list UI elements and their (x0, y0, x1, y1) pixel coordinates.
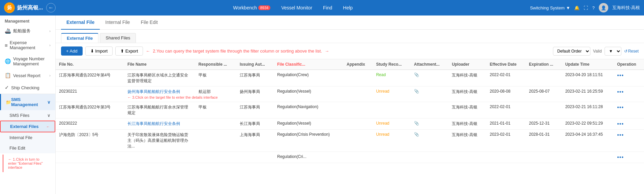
cell-operation[interactable]: ••• (614, 102, 644, 119)
cell-study-reco: Read (373, 70, 410, 87)
nav-workbench[interactable]: Workbench 8934 (233, 4, 270, 12)
study-status: Read (376, 72, 386, 77)
tab-external-file[interactable]: External File (61, 15, 100, 30)
cell-file-classif: Regulation(Navigation) (274, 102, 343, 119)
study-status: Unread (376, 132, 389, 137)
fullscreen-icon[interactable]: ⛶ (584, 5, 588, 10)
reset-button[interactable]: ↺ Reset (624, 49, 639, 54)
operation-dots[interactable]: ••• (617, 154, 624, 160)
ship-checking-icon: ✓ (5, 85, 9, 91)
cell-uploader (448, 152, 486, 163)
help-icon[interactable]: ? (592, 5, 594, 10)
tab-internal-file[interactable]: Internal File (100, 15, 135, 30)
operation-dots[interactable]: ••• (617, 104, 624, 110)
export-button[interactable]: ⬆ Export (115, 46, 143, 56)
sidebar-item-ship-checking[interactable]: ✓ Ship Checking (0, 82, 55, 94)
avatar[interactable]: 👤 (599, 3, 608, 12)
notification-icon[interactable]: 🔔 (574, 5, 580, 10)
sidebar-sub-file-edit[interactable]: File Edit (0, 143, 55, 153)
table-row[interactable]: 20230222 长江海事局船舶航行安全条例 长江海事局 Regulation(… (56, 119, 644, 130)
cell-appendix (343, 87, 373, 102)
cell-operation[interactable]: ••• (614, 87, 644, 102)
operation-dots[interactable]: ••• (617, 121, 624, 127)
paperclip-icon: 📎 (414, 132, 419, 137)
logo-icon: 扬 (4, 2, 15, 13)
import-button[interactable]: ⬇ Import (85, 46, 113, 56)
sidebar-sub-sms-files[interactable]: SMS Files ∨ (0, 110, 55, 121)
chevron-icon: › (49, 43, 51, 47)
toolbar: + Add ⬇ Import ⬆ Export ← 2.You can quer… (56, 43, 644, 59)
cell-operation[interactable]: ••• (614, 152, 644, 163)
table-row: 江苏海事局通告2022年第3号 江苏海事局船舶航行富余水深管理规定 甲板 江苏海… (56, 102, 644, 119)
sidebar-item-vessel-report[interactable]: 📋 Vessel Report › (0, 69, 55, 82)
tab-file-edit[interactable]: File Edit (135, 15, 163, 30)
workbench-badge: 8934 (258, 5, 270, 10)
table-row[interactable]: 20230221 扬州海事局船舶航行安全条例← 3.Click on the t… (56, 87, 644, 102)
col-file-name[interactable]: File Name (124, 59, 195, 70)
cell-effective-date: 2020-08-08 (486, 87, 525, 102)
user-name: 互海科技-高根 (612, 5, 640, 11)
cell-attachment: 📎 (411, 70, 448, 87)
sidebar-item-voyage[interactable]: 🌐 Voyage Number Management (0, 53, 55, 69)
col-update-time[interactable]: Update Time (562, 59, 614, 70)
col-file-no[interactable]: File No. (56, 59, 124, 70)
col-effective-date[interactable]: Effective Date (486, 59, 525, 70)
main-content: External File Internal File File Edit Ex… (56, 15, 644, 194)
cell-operation[interactable]: ••• (614, 130, 644, 152)
col-attachment[interactable]: Attachment... (411, 59, 448, 70)
file-name-link[interactable]: 扬州海事局船舶航行安全条例 (127, 89, 180, 94)
sidebar-item-ship-service[interactable]: 🚢 船舶服务 › (0, 25, 55, 37)
back-button[interactable]: ← (46, 3, 56, 12)
sidebar-sub-external-files[interactable]: External Files ← (0, 121, 55, 132)
cell-update-time: 2023-04-24 16:37:45 (562, 130, 614, 152)
cell-uploader: 互海科技-高银 (448, 119, 486, 130)
cell-file-name[interactable]: 长江海事局船舶航行安全条例 (124, 119, 195, 130)
file-table-wrap: File No. File Name Responsible ... Issui… (56, 59, 644, 163)
operation-dots[interactable]: ••• (617, 72, 624, 78)
cell-file-classif: Regulation(Cri... (274, 152, 343, 163)
sub-tab-external-file[interactable]: External File (61, 33, 98, 43)
cell-update-time: 2023-02-21 16:25:59 (562, 87, 614, 102)
nav-help[interactable]: Help (343, 4, 353, 12)
sidebar-item-expense[interactable]: ≡ Expense Management › (0, 37, 55, 53)
col-expiration[interactable]: Expiration ... (526, 59, 562, 70)
cell-file-no: 江苏海事局通告2022年第4号 (56, 70, 124, 87)
sub-tab-shared-files[interactable]: Shared Files (100, 33, 136, 43)
paperclip-icon: 📎 (414, 121, 419, 126)
cell-expiration: 2025-12-31 (526, 119, 562, 130)
cell-attachment (411, 152, 448, 163)
filter-hint: ← 2.You can query the target system file… (146, 48, 550, 54)
cell-operation[interactable]: ••• (614, 70, 644, 87)
default-order-select[interactable]: Default Order (553, 47, 590, 56)
col-study-reco[interactable]: Study Reco... (373, 59, 410, 70)
operation-dots[interactable]: ••• (617, 132, 624, 138)
top-header: 扬 扬州高银... ← Workbench 8934 Vessel Monito… (0, 0, 644, 15)
col-uploader[interactable]: Uploader (448, 59, 486, 70)
file-name-link[interactable]: 长江海事局船舶航行安全条例 (127, 121, 180, 126)
sidebar-sub-internal-file[interactable]: Internal File (0, 132, 55, 143)
col-responsible[interactable]: Responsible ... (195, 59, 237, 70)
sms-chevron: ∨ (47, 100, 51, 105)
sms-management-header[interactable]: 📁 SMS Management ∨ (0, 94, 55, 110)
nav-find[interactable]: Find (323, 4, 332, 12)
nav-vessel-monitor[interactable]: Vessel Monitor (281, 4, 312, 12)
cell-file-classif: Regulation(Vessel) (274, 119, 343, 130)
cell-responsible: 甲板 (195, 70, 237, 87)
col-file-classif[interactable]: File Classific... (274, 59, 343, 70)
col-appendix[interactable]: Appendix (343, 59, 373, 70)
col-issuing-auth[interactable]: Issuing Aut... (236, 59, 274, 70)
sidebar-hint: ← 1.Click in turn to enter "External Fil… (3, 155, 53, 172)
switching-system[interactable]: Switching System ▼ (530, 5, 570, 10)
hint-arrow-right: → (325, 48, 329, 54)
content-area: External File Internal File File Edit Ex… (56, 15, 644, 194)
cell-file-name: 关于印发散装液体危险货物运输货主（码头）高质量运船机制管理办法... (124, 130, 195, 152)
cell-file-name[interactable]: 扬州海事局船舶航行安全条例← 3.Click on the target fil… (124, 87, 195, 102)
hint-arrow-left: ← (146, 48, 150, 54)
operation-dots[interactable]: ••• (617, 89, 624, 95)
cell-attachment: 📎 (411, 119, 448, 130)
reset-icon: ↺ (624, 49, 627, 54)
add-button[interactable]: + Add (61, 46, 83, 56)
expense-icon: ≡ (5, 42, 8, 48)
valid-select[interactable]: ▼ (605, 47, 621, 56)
cell-operation[interactable]: ••• (614, 119, 644, 130)
